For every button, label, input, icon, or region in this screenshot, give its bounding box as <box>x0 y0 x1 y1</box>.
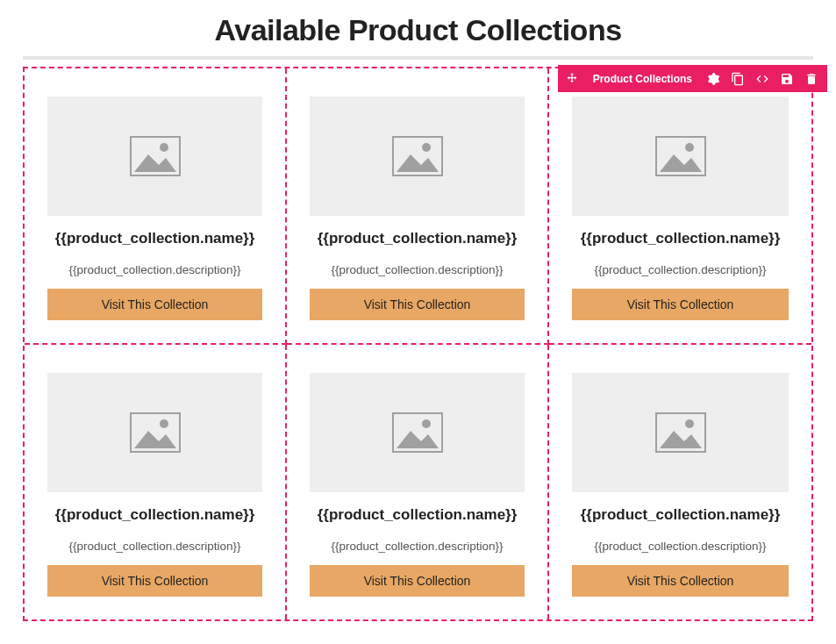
visit-collection-button[interactable]: Visit This Collection <box>310 289 525 320</box>
visit-collection-button[interactable]: Visit This Collection <box>47 289 262 320</box>
visit-collection-button[interactable]: Visit This Collection <box>310 565 525 597</box>
card-description: {{product_collection.description}} <box>595 540 767 553</box>
collection-card: {{product_collection.name}} {{product_co… <box>287 345 549 619</box>
toolbar-label: Product Collections <box>588 73 697 85</box>
card-description: {{product_collection.description}} <box>332 263 504 276</box>
card-title: {{product_collection.name}} <box>55 230 255 247</box>
image-placeholder <box>310 97 525 216</box>
card-description: {{product_collection.description}} <box>69 263 241 276</box>
copy-icon[interactable] <box>729 70 747 88</box>
card-title: {{product_collection.name}} <box>318 506 518 524</box>
image-placeholder <box>572 373 789 492</box>
delete-icon[interactable] <box>803 70 820 88</box>
collection-card: {{product_collection.name}} {{product_co… <box>549 345 811 619</box>
save-icon[interactable] <box>778 70 796 88</box>
collection-card: {{product_collection.name}} {{product_co… <box>25 345 287 619</box>
code-icon[interactable] <box>754 70 771 88</box>
image-placeholder <box>572 97 789 216</box>
page-title: Available Product Collections <box>0 0 836 56</box>
card-title: {{product_collection.name}} <box>581 230 781 247</box>
gear-icon[interactable] <box>704 70 722 88</box>
card-title: {{product_collection.name}} <box>55 506 255 524</box>
svg-point-7 <box>160 419 168 428</box>
card-title: {{product_collection.name}} <box>318 230 518 247</box>
visit-collection-button[interactable]: Visit This Collection <box>572 289 789 320</box>
collection-card: {{product_collection.name}} {{product_co… <box>549 68 811 345</box>
collection-card: {{product_collection.name}} {{product_co… <box>287 68 549 345</box>
card-title: {{product_collection.name}} <box>581 506 781 524</box>
svg-point-5 <box>685 143 694 152</box>
collections-grid: {{product_collection.name}} {{product_co… <box>23 67 813 621</box>
collection-card: {{product_collection.name}} {{product_co… <box>25 68 287 345</box>
image-placeholder <box>310 373 525 492</box>
svg-point-11 <box>685 419 694 428</box>
svg-point-1 <box>160 143 168 152</box>
card-description: {{product_collection.description}} <box>595 263 767 276</box>
image-placeholder <box>47 373 262 492</box>
card-description: {{product_collection.description}} <box>69 540 241 553</box>
divider <box>23 56 813 60</box>
visit-collection-button[interactable]: Visit This Collection <box>47 565 262 597</box>
svg-point-3 <box>422 143 431 152</box>
image-placeholder <box>47 97 262 216</box>
move-icon[interactable] <box>563 70 581 88</box>
module-toolbar: Product Collections <box>558 65 827 92</box>
svg-point-9 <box>422 419 431 428</box>
visit-collection-button[interactable]: Visit This Collection <box>572 565 789 597</box>
card-description: {{product_collection.description}} <box>332 540 504 553</box>
